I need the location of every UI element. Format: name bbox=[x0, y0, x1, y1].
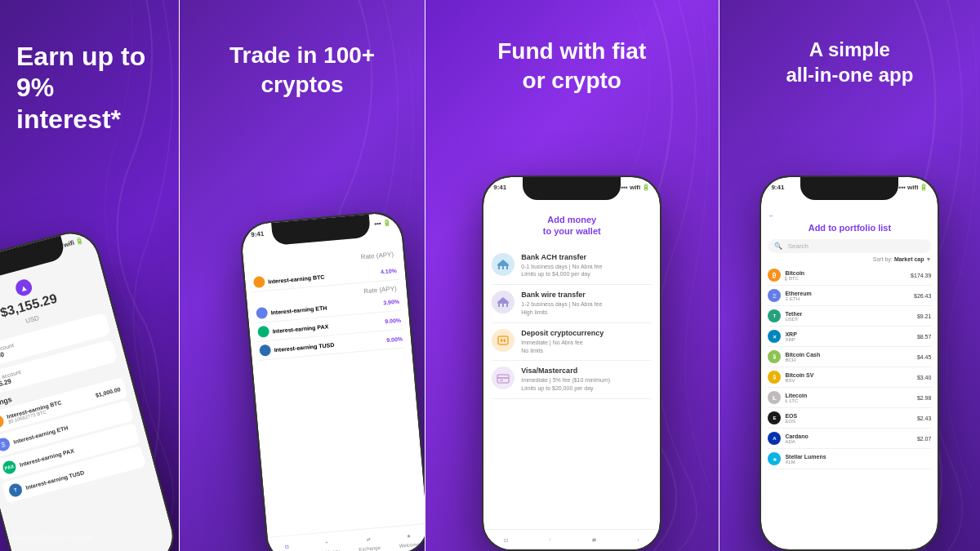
payment-wire[interactable]: Bank wire transfer 1-2 business days | N… bbox=[492, 285, 652, 323]
ltc-price: $2.98 bbox=[917, 395, 932, 401]
bitcoin-name: Bitcoin bbox=[785, 270, 906, 276]
payment-card[interactable]: Visa/Mastercard Immediate | 5% fee ($10 … bbox=[492, 361, 652, 399]
bank-wire-icon bbox=[497, 295, 510, 309]
ethereum-name: Ethereum bbox=[785, 291, 910, 296]
visa-mastercard-icon bbox=[497, 371, 510, 384]
eos-symbol: EOS bbox=[785, 419, 912, 424]
pax-icon: PAX bbox=[2, 460, 18, 476]
portfolio-search[interactable]: 🔍 Search bbox=[768, 239, 931, 253]
coin-tether[interactable]: T Tether USDT $9.21 bbox=[768, 306, 931, 327]
crypto-deposit-icon bbox=[492, 329, 514, 352]
trade-phone: 9:41 ▪▪▪ 🔋 Rate (APY) Interest-earning B… bbox=[238, 210, 425, 551]
eth-icon: Ξ bbox=[0, 437, 11, 453]
fund-panel: Fund with fiat or crypto 9:41 ▪▪▪ wifi 🔋… bbox=[425, 0, 719, 551]
portfolio-tab-icon: ⊡ bbox=[280, 540, 292, 551]
search-icon: 🔍 bbox=[774, 242, 782, 250]
rates-note: Rates subject to change bbox=[12, 533, 91, 541]
signal-4: ▪▪▪ bbox=[899, 184, 906, 191]
fund-screen: 9:41 ▪▪▪ wifi 🔋 Add money to your wallet bbox=[483, 177, 660, 549]
coin-eos[interactable]: E EOS EOS $2.43 bbox=[768, 408, 931, 429]
tab-exchange[interactable]: ⇄ Exchange bbox=[357, 532, 381, 551]
wire-info: Bank wire transfer 1-2 business days | N… bbox=[521, 291, 652, 317]
eos-name: EOS bbox=[785, 413, 912, 419]
sort-value[interactable]: Market cap bbox=[894, 256, 924, 262]
btc-list-name: Interest-earning BTC bbox=[268, 269, 381, 284]
payment-ach[interactable]: Bank ACH transfer 0-1 business days | No… bbox=[492, 247, 652, 286]
portfolio-phone: 9:41 ▪▪▪ wifi 🔋 ← Add to portfolio list … bbox=[760, 176, 939, 551]
coin-bitcoin[interactable]: ₿ Bitcoin ₿ BTC $174.39 bbox=[768, 265, 931, 286]
svg-point-16 bbox=[500, 380, 501, 381]
tusd-list-rate: 9.00% bbox=[386, 335, 403, 343]
tab-fund-exchange[interactable]: ⇄ bbox=[588, 534, 599, 545]
wifi-icon: wifi bbox=[63, 239, 75, 249]
sort-label: Sort by: bbox=[873, 256, 893, 262]
crypto-icon bbox=[497, 334, 510, 347]
stellar-info: Stellar Lumens XLM bbox=[785, 454, 927, 464]
trade-tabs: ⊡ Portfolio + Add Money ⇄ Exchange bbox=[267, 523, 424, 551]
ltc-info: Litecoin Ł LTC bbox=[785, 393, 912, 403]
eos-info: EOS EOS bbox=[785, 413, 912, 424]
tether-icon: T bbox=[768, 309, 781, 322]
tab-fund-more[interactable]: ↓ bbox=[632, 534, 644, 545]
tab-portfolio[interactable]: ⊡ Portfolio bbox=[277, 540, 296, 551]
tab-welcome[interactable]: ★ Welcome bbox=[398, 529, 420, 549]
fund-panel-content: Fund with fiat or crypto 9:41 ▪▪▪ wifi 🔋… bbox=[425, 0, 719, 551]
btc-icon: ₿ bbox=[0, 414, 5, 430]
tab-fund-portfolio[interactable]: ⊡ bbox=[500, 534, 511, 545]
payment-crypto[interactable]: Deposit cryptocurrency Immediate | No Ab… bbox=[492, 323, 652, 362]
bch-name: Bitcoin Cash bbox=[785, 352, 912, 358]
earn-panel-content: Earn up to 9% interest* 9:41 ▪▪▪ wifi 🔋 bbox=[0, 0, 179, 551]
xrp-info: XRP XRP bbox=[785, 331, 912, 342]
time-3: 9:41 bbox=[493, 184, 506, 191]
btc-list-icon bbox=[252, 276, 265, 288]
xrp-price: $8.57 bbox=[917, 334, 932, 340]
xrp-icon: ✕ bbox=[768, 330, 781, 343]
crypto-desc: Immediate | No Abra fee No limits bbox=[521, 339, 652, 355]
bsv-symbol: BSV bbox=[785, 378, 912, 383]
coin-xrp[interactable]: ✕ XRP XRP $8.57 bbox=[768, 327, 931, 347]
xrp-symbol: XRP bbox=[785, 337, 912, 342]
fund-phone-wrapper: 9:41 ▪▪▪ wifi 🔋 Add money to your wallet bbox=[425, 113, 719, 551]
svg-rect-5 bbox=[497, 302, 509, 304]
coin-ltc[interactable]: Ł Litecoin Ł LTC $2.98 bbox=[768, 388, 931, 408]
earn-panel: Earn up to 9% interest* 9:41 ▪▪▪ wifi 🔋 bbox=[0, 0, 179, 551]
sort-chevron-icon: ▼ bbox=[925, 256, 931, 262]
fund-exchange-icon: ⇄ bbox=[588, 534, 599, 545]
coin-ada[interactable]: A Cardano ADA $2.07 bbox=[768, 429, 931, 449]
svg-rect-2 bbox=[502, 266, 504, 269]
earn-title: Earn up to 9% interest* bbox=[0, 0, 179, 143]
battery-2: 🔋 bbox=[382, 219, 391, 227]
tab-add-money[interactable]: + Add Money bbox=[314, 535, 340, 551]
tether-symbol: USDT bbox=[785, 317, 912, 322]
coin-bch[interactable]: ₿ Bitcoin Cash BCH $4.45 bbox=[768, 347, 931, 367]
svg-rect-7 bbox=[502, 304, 504, 307]
back-arrow-icon: ← bbox=[768, 212, 774, 220]
svg-marker-9 bbox=[497, 297, 509, 302]
svg-point-17 bbox=[501, 380, 503, 381]
coin-bsv[interactable]: ₿ Bitcoin SV BSV $3.40 bbox=[768, 367, 931, 388]
pax-list-icon bbox=[257, 326, 270, 338]
signal-3: ▪▪▪ bbox=[621, 184, 628, 191]
tab-exchange-label: Exchange bbox=[359, 545, 381, 551]
status-icons-3: ▪▪▪ wifi 🔋 bbox=[621, 184, 650, 191]
eos-icon: E bbox=[768, 411, 781, 424]
exchange-tab-icon: ⇄ bbox=[363, 533, 375, 545]
stellar-icon: ★ bbox=[768, 452, 781, 465]
trade-panel: Trade in 100+ cryptos 9:41 ▪▪▪ 🔋 Rate (A… bbox=[180, 0, 424, 551]
search-placeholder: Search bbox=[788, 242, 808, 250]
tether-price: $9.21 bbox=[917, 313, 932, 319]
ach-desc: 0-1 business days | No Abra fee Limits u… bbox=[521, 263, 652, 279]
svg-rect-1 bbox=[498, 266, 500, 269]
ltc-symbol: Ł LTC bbox=[785, 398, 912, 403]
bsv-icon: ₿ bbox=[768, 371, 781, 384]
fund-title: Fund with fiat or crypto bbox=[481, 0, 662, 113]
tether-name: Tether bbox=[785, 311, 912, 317]
coin-stellar[interactable]: ★ Stellar Lumens XLM bbox=[768, 449, 931, 469]
tab-fund-add[interactable]: ↑ bbox=[544, 534, 555, 545]
status-icons-2: ▪▪▪ 🔋 bbox=[374, 219, 391, 228]
welcome-tab-icon: ★ bbox=[402, 529, 414, 541]
coin-ethereum[interactable]: Ξ Ethereum Ξ ETH $26.43 bbox=[768, 286, 931, 306]
back-button[interactable]: ← bbox=[768, 212, 931, 220]
trade-title: Trade in 100+ cryptos bbox=[213, 0, 391, 117]
svg-rect-15 bbox=[497, 377, 509, 379]
